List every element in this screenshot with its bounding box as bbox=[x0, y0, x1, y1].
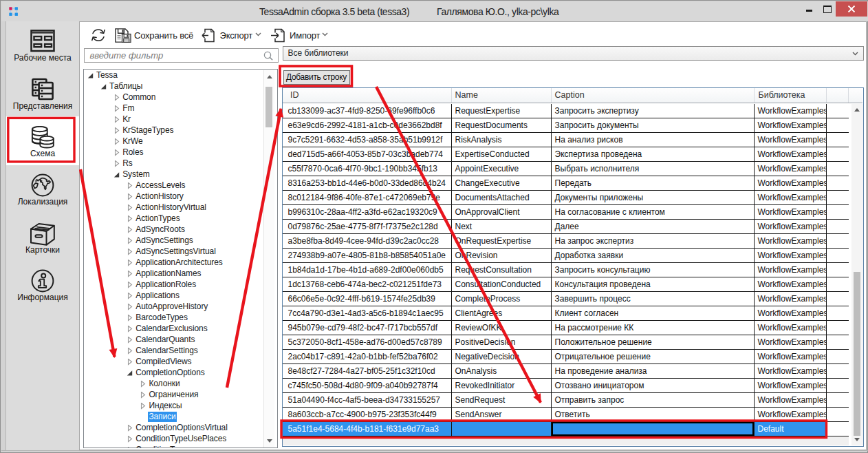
cell-library[interactable]: WorkflowExamples bbox=[755, 220, 827, 233]
table-row[interactable]: 0d79876c-25ae-4775-8f7f-f7375e2c128d Nex… bbox=[283, 220, 849, 234]
expander-icon[interactable] bbox=[127, 193, 133, 200]
cell-name[interactable]: RequestConsultation bbox=[452, 263, 552, 277]
expander-icon[interactable] bbox=[113, 171, 120, 178]
cell-id[interactable]: 945b079e-cd79-48f2-bc47-f717bcb557df bbox=[283, 321, 452, 335]
cell-library[interactable]: WorkflowExamples bbox=[755, 321, 827, 335]
expander-icon[interactable] bbox=[140, 403, 147, 410]
cell-caption[interactable]: На рассмотрение КК bbox=[552, 321, 755, 335]
table-row[interactable]: 7cc4a790-d3e1-4ad3-a5c6-b1894c1aec95 Cli… bbox=[283, 306, 849, 321]
expander-icon[interactable] bbox=[127, 226, 133, 233]
cell-name[interactable]: RiskAnalysis bbox=[452, 133, 552, 147]
expander-icon[interactable] bbox=[127, 304, 133, 310]
tree-item[interactable]: AdSyncRoots bbox=[84, 224, 264, 235]
table-row[interactable]: 5a51f1e4-5684-4f4b-b181-f631e9d77aa3 Def… bbox=[283, 422, 849, 436]
cell-caption[interactable]: На анализ рисков bbox=[552, 133, 755, 147]
column-header-id[interactable]: ID bbox=[283, 88, 452, 103]
refresh-icon[interactable] bbox=[91, 28, 106, 43]
cell-name[interactable]: RevokedInitiator bbox=[452, 379, 552, 392]
export-icon[interactable] bbox=[201, 28, 216, 43]
cell-caption[interactable]: Запросить документы bbox=[552, 118, 755, 132]
expander-icon[interactable] bbox=[127, 182, 133, 189]
cell-id[interactable]: e63e9cd6-2992-4181-a1cb-c0de3662bd8f bbox=[283, 118, 452, 132]
table-row[interactable]: 2ac04b17-c891-42a0-b1bb-fef52ba76f02 Neg… bbox=[283, 350, 849, 364]
cell-id[interactable]: 1dc13768-ceb6-474a-bec2-c021251fde73 bbox=[283, 277, 452, 291]
tree-item[interactable]: ConditionTypeUsePlaces bbox=[84, 434, 264, 445]
library-select[interactable]: Все библиотеки bbox=[283, 46, 865, 61]
cell-id[interactable]: 0d79876c-25ae-4775-8f7f-f7375e2c128d bbox=[283, 220, 452, 233]
minimize-button[interactable] bbox=[806, 10, 812, 12]
tree-item[interactable]: System bbox=[84, 169, 264, 180]
export-button[interactable]: Экспорт bbox=[220, 30, 252, 41]
table-row[interactable]: ded715d5-a66f-4053-85b7-03c3badeb774 Exp… bbox=[283, 147, 849, 162]
tree-item[interactable]: ActionHistory bbox=[84, 191, 264, 202]
table-row[interactable]: 945b079e-cd79-48f2-bc47-f717bcb557df Rev… bbox=[283, 321, 849, 335]
cell-caption[interactable]: Клиент согласен bbox=[552, 306, 755, 320]
table-row[interactable]: c745fc50-508d-4d80-9f09-a040b92787f4 Rev… bbox=[283, 379, 849, 393]
cell-id[interactable]: 2ac04b17-c891-42a0-b1bb-fef52ba76f02 bbox=[283, 350, 452, 364]
cell-id[interactable]: 5a51f1e4-5684-4f4b-b181-f631e9d77aa3 bbox=[283, 422, 452, 436]
sidebar-item-localization[interactable]: Локализация bbox=[6, 170, 79, 218]
close-button[interactable] bbox=[836, 1, 867, 17]
cell-library[interactable]: WorkflowExamples bbox=[755, 118, 827, 132]
expander-icon[interactable] bbox=[140, 392, 147, 399]
table-row[interactable]: 1dc13768-ceb6-474a-bec2-c021251fde73 Con… bbox=[283, 277, 849, 292]
cell-name[interactable]: SendRequest bbox=[452, 393, 552, 407]
cell-name[interactable]: ChangeExecutive bbox=[452, 176, 552, 190]
expander-icon[interactable] bbox=[100, 83, 107, 90]
cell-caption[interactable]: Завершить процесс bbox=[552, 292, 755, 306]
cell-caption[interactable]: На проведение анализа bbox=[552, 364, 755, 378]
cell-caption[interactable]: Передать bbox=[552, 176, 755, 190]
table-row[interactable]: 51a04490-f4cc-4af5-beea-d34733155257 Sen… bbox=[283, 393, 849, 408]
cell-id[interactable]: 8316a253-bb1d-44e6-b0d0-33ded86d4b24 bbox=[283, 176, 452, 190]
tree-item[interactable]: Roles bbox=[84, 147, 264, 158]
cell-name[interactable]: OnAnalysis bbox=[452, 364, 552, 378]
cell-library[interactable]: WorkflowExamples bbox=[755, 292, 827, 306]
table-row[interactable]: 8e48cf27-7284-4a27-bf05-25f1c32f10cd OnA… bbox=[283, 364, 849, 379]
cell-caption[interactable]: Консультация проведена bbox=[552, 277, 755, 291]
table-row[interactable]: 8c012184-9f86-40fe-87e1-c472069eb79e Doc… bbox=[283, 191, 849, 205]
table-row[interactable]: 9c7c5291-6632-4d53-a858-35ab51b9912f Ris… bbox=[283, 133, 849, 147]
expander-icon[interactable] bbox=[127, 282, 133, 288]
sidebar-item-cards[interactable]: Карточки bbox=[6, 219, 79, 267]
cell-library[interactable]: Default bbox=[755, 422, 827, 436]
cell-library[interactable]: WorkflowExamples bbox=[755, 335, 827, 349]
expander-icon[interactable] bbox=[127, 425, 133, 432]
table-row[interactable]: b996310c-28aa-4ff2-a3fd-e62ac19320c9 OnA… bbox=[283, 205, 849, 220]
table-row[interactable]: 274938b9-a07e-4805-81b8-b85854051a0e OnR… bbox=[283, 249, 849, 263]
tree-item[interactable]: AdSyncSettingsVirtual bbox=[84, 246, 264, 257]
cell-id[interactable]: b996310c-28aa-4ff2-a3fd-e62ac19320c9 bbox=[283, 205, 452, 219]
tree-item[interactable]: ApplicationArchitectures bbox=[84, 257, 264, 268]
sidebar-item-schema[interactable]: Схема bbox=[6, 123, 79, 171]
expander-icon[interactable] bbox=[127, 337, 133, 344]
sidebar-item-information[interactable]: Информация bbox=[6, 266, 79, 314]
scroll-up-icon[interactable] bbox=[267, 75, 272, 78]
tree-item[interactable]: Индексы bbox=[84, 401, 264, 412]
cell-library[interactable]: WorkflowExamples bbox=[755, 393, 827, 407]
tree-item[interactable]: ApplicationRoles bbox=[84, 280, 264, 291]
expander-icon[interactable] bbox=[127, 249, 133, 255]
tree-item[interactable]: Tessa bbox=[84, 70, 264, 81]
expander-icon[interactable] bbox=[127, 370, 133, 377]
cell-library[interactable]: WorkflowExamples bbox=[755, 234, 827, 248]
tree-scrollbar-thumb[interactable] bbox=[265, 87, 272, 128]
tree-item[interactable]: CompletionOptions bbox=[84, 368, 264, 379]
tree-item[interactable]: CompletionOptionsVirtual bbox=[84, 423, 264, 434]
cell-caption[interactable]: Запросить консультацию bbox=[552, 263, 755, 277]
tree-item[interactable]: KrStageTypes bbox=[84, 125, 264, 136]
expander-icon[interactable] bbox=[127, 447, 133, 448]
expander-icon[interactable] bbox=[113, 127, 120, 134]
scroll-up-icon[interactable] bbox=[854, 108, 860, 112]
import-button[interactable]: Импорт bbox=[290, 30, 320, 41]
cell-id[interactable]: c745fc50-508d-4d80-9f09-a040b92787f4 bbox=[283, 379, 452, 392]
cell-caption[interactable]: Запросить экспертизу bbox=[552, 104, 755, 118]
cell-caption[interactable]: Отправить запрос bbox=[552, 393, 755, 407]
cell-id[interactable]: 7cc4a790-d3e1-4ad3-a5c6-b1894c1aec95 bbox=[283, 306, 452, 320]
expander-icon[interactable] bbox=[127, 348, 133, 355]
column-header-name[interactable]: Name bbox=[452, 88, 552, 103]
cell-name[interactable]: DocumentsAttached bbox=[452, 191, 552, 204]
title-bar[interactable]: TessaAdmin сборка 3.5 beta (tessa3) Галл… bbox=[1, 1, 868, 21]
expander-icon[interactable] bbox=[127, 326, 133, 333]
expander-icon[interactable] bbox=[113, 105, 120, 112]
column-header-library[interactable]: Библиотека bbox=[755, 88, 827, 103]
cell-library[interactable]: WorkflowExamples bbox=[755, 306, 827, 320]
